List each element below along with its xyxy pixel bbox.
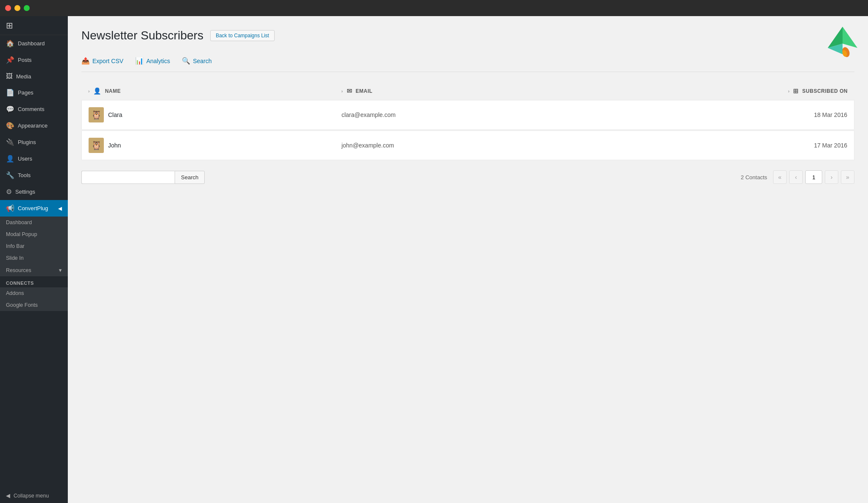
export-csv-link[interactable]: 📤 Export CSV: [81, 57, 123, 65]
name-col-label: NAME: [105, 88, 121, 94]
back-to-campaigns-button[interactable]: Back to Campaigns List: [210, 30, 275, 41]
sidebar-item-appearance[interactable]: 🎨 Appearance: [0, 117, 68, 134]
email-col-icon: ✉: [347, 87, 353, 95]
minimize-button[interactable]: [14, 5, 20, 11]
info-bar-label: Info Bar: [6, 243, 25, 249]
export-csv-label: Export CSV: [92, 58, 123, 64]
action-bar: 📤 Export CSV 📊 Analytics 🔍 Search: [81, 53, 854, 72]
search-input[interactable]: [81, 171, 175, 184]
sort-arrow-email: ›: [341, 89, 343, 94]
subscribed-col-label: SUBSCRIBED ON: [802, 88, 848, 94]
subscriber-name-text: Clara: [108, 111, 122, 118]
resources-label: Resources: [6, 267, 31, 273]
sort-arrow-subscribed: ›: [788, 89, 790, 94]
table-row: 🦉 John john@example.com 17 Mar 2016: [81, 131, 854, 160]
sidebar-item-cp-dashboard[interactable]: Dashboard: [0, 217, 68, 228]
avatar: 🦉: [89, 138, 104, 153]
sidebar-label-dashboard: Dashboard: [18, 40, 45, 47]
pagination-prev-button[interactable]: ‹: [789, 170, 803, 184]
media-icon: 🖼: [6, 72, 13, 80]
sidebar-item-comments[interactable]: 💬 Comments: [0, 101, 68, 117]
sidebar-item-dashboard[interactable]: 🏠 Dashboard: [0, 35, 68, 52]
sidebar-item-info-bar[interactable]: Info Bar: [0, 240, 68, 252]
sidebar-item-slide-in[interactable]: Slide In: [0, 252, 68, 264]
search-group: Search: [81, 171, 205, 184]
subscriber-date: 18 Mar 2016: [594, 111, 847, 118]
page-title: Newsletter Subscribers: [81, 29, 203, 42]
search-button[interactable]: Search: [175, 171, 205, 184]
pagination-next-button[interactable]: ›: [825, 170, 838, 184]
sidebar-item-settings[interactable]: ⚙ Settings: [0, 183, 68, 200]
page-number-input[interactable]: [805, 170, 822, 184]
content-area: Newsletter Subscribers Back to Campaigns…: [68, 16, 868, 503]
sidebar-label-plugins: Plugins: [18, 139, 36, 145]
sort-arrow-name: ›: [88, 89, 90, 94]
modal-popup-label: Modal Popup: [6, 231, 37, 237]
collapse-icon: ◀: [6, 492, 10, 499]
sidebar-item-convertplug[interactable]: 📢 ConvertPlug ◀: [0, 200, 68, 217]
subscriber-email: john@example.com: [342, 142, 595, 149]
avatar: 🦉: [89, 107, 104, 122]
connects-submenu: Addons Google Fonts: [0, 287, 68, 311]
table-row: 🦉 Clara clara@example.com 18 Mar 2016: [81, 100, 854, 130]
window-controls: [5, 5, 30, 11]
content-wrapper: Newsletter Subscribers Back to Campaigns…: [68, 16, 868, 503]
sidebar-item-addons[interactable]: Addons: [0, 287, 68, 299]
wp-logo-item[interactable]: ⊞: [0, 16, 68, 35]
analytics-link[interactable]: 📊 Analytics: [135, 57, 170, 65]
sidebar-item-modal-popup[interactable]: Modal Popup: [0, 228, 68, 240]
sidebar-item-posts[interactable]: 📌 Posts: [0, 52, 68, 68]
sidebar-item-google-fonts[interactable]: Google Fonts: [0, 299, 68, 311]
cp-dashboard-label: Dashboard: [6, 220, 32, 225]
sidebar-item-plugins[interactable]: 🔌 Plugins: [0, 134, 68, 150]
wp-logo-icon: ⊞: [6, 20, 13, 31]
email-col-label: EMAIL: [356, 88, 373, 94]
subscriber-name: 🦉 John: [89, 138, 342, 153]
bottom-bar: Search 2 Contacts « ‹ › »: [81, 170, 854, 184]
sidebar-item-resources[interactable]: Resources ▾: [0, 264, 68, 276]
sidebar-label-pages: Pages: [18, 89, 33, 96]
col-header-email: › ✉ EMAIL: [341, 87, 594, 95]
pagination-first-button[interactable]: «: [773, 170, 787, 184]
subscribed-col-icon: ⊞: [793, 87, 799, 95]
titlebar: [0, 0, 868, 16]
col-header-name: › 👤 NAME: [88, 87, 341, 95]
pagination: 2 Contacts « ‹ › »: [741, 170, 854, 184]
app-body: ⊞ 🏠 Dashboard 📌 Posts 🖼 Media 📄 Pages 💬 …: [0, 16, 868, 503]
resources-arrow-icon: ▾: [59, 267, 62, 273]
contacts-count: 2 Contacts: [741, 174, 767, 181]
sidebar-label-settings: Settings: [15, 189, 35, 195]
users-icon: 👤: [6, 155, 14, 163]
google-fonts-label: Google Fonts: [6, 302, 38, 308]
analytics-icon: 📊: [135, 57, 144, 65]
convertplug-submenu: Dashboard Modal Popup Info Bar Slide In …: [0, 217, 68, 276]
subscriber-name: 🦉 Clara: [89, 107, 342, 122]
page-header: Newsletter Subscribers Back to Campaigns…: [81, 29, 854, 42]
search-link[interactable]: 🔍 Search: [182, 57, 211, 65]
sidebar-item-users[interactable]: 👤 Users: [0, 150, 68, 167]
dashboard-icon: 🏠: [6, 39, 14, 47]
pagination-last-button[interactable]: »: [841, 170, 854, 184]
addons-label: Addons: [6, 290, 24, 296]
search-label: Search: [193, 58, 211, 64]
sidebar-label-media: Media: [16, 73, 31, 80]
sidebar-item-pages[interactable]: 📄 Pages: [0, 84, 68, 101]
sidebar-item-tools[interactable]: 🔧 Tools: [0, 167, 68, 183]
sidebar-label-appearance: Appearance: [18, 122, 47, 129]
plugin-logo: [826, 25, 860, 60]
subscriber-name-text: John: [108, 142, 121, 149]
maximize-button[interactable]: [24, 5, 30, 11]
convertplug-arrow: ◀: [58, 206, 62, 211]
sidebar-label-convertplug: ConvertPlug: [18, 205, 48, 211]
settings-icon: ⚙: [6, 188, 12, 196]
search-action-icon: 🔍: [182, 57, 190, 65]
svg-marker-0: [843, 27, 857, 48]
close-button[interactable]: [5, 5, 11, 11]
convertplug-icon: 📢: [6, 204, 14, 212]
analytics-label: Analytics: [146, 58, 170, 64]
collapse-menu-button[interactable]: ◀ Collapse menu: [0, 488, 68, 503]
col-header-subscribed: › ⊞ SUBSCRIBED ON: [595, 87, 848, 95]
pages-icon: 📄: [6, 89, 14, 97]
sidebar-item-media[interactable]: 🖼 Media: [0, 68, 68, 84]
name-col-icon: 👤: [93, 87, 102, 95]
